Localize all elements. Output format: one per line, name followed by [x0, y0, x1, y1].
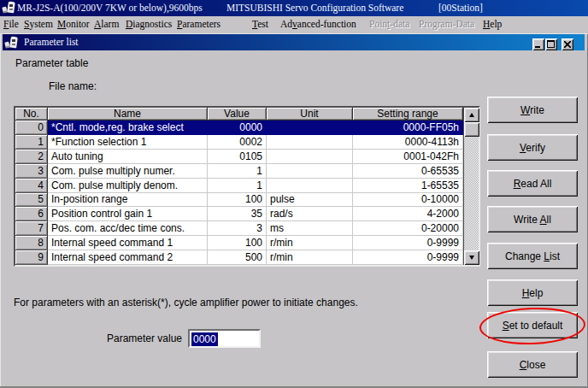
- table-row-2[interactable]: 2Auto tuning01050001-042Fh: [15, 150, 463, 164]
- title-bar: MR-J2S-A(100/200V 7KW or below),9600bps …: [0, 0, 588, 16]
- table-row-4[interactable]: 4Com. pulse multiply denom.11-65535: [15, 179, 463, 193]
- close-button[interactable]: Close: [487, 351, 578, 378]
- window-close-button[interactable]: [562, 38, 573, 50]
- table-row-5[interactable]: 5In-position range100pulse0-10000: [15, 193, 463, 208]
- param-unit-cell[interactable]: ms: [267, 221, 353, 236]
- param-range-cell[interactable]: 0001-042Fh: [353, 150, 463, 164]
- table-row-0[interactable]: 0*Cntl. mode,reg. brake select00000000-F…: [15, 121, 463, 135]
- param-value-cell[interactable]: 0002: [208, 135, 267, 150]
- row-number[interactable]: 6: [15, 207, 48, 221]
- param-unit-cell[interactable]: [267, 121, 353, 135]
- table-row-7[interactable]: 7Pos. com. acc/dec time cons.3ms0-20000: [15, 221, 463, 236]
- window-title-station: [00Station]: [438, 3, 483, 13]
- table-row-9[interactable]: 9Internal speed command 2500r/min0-9999: [15, 250, 463, 265]
- change-list-button[interactable]: Change List: [487, 243, 578, 269]
- param-name-cell[interactable]: Com. pulse multiply denom.: [48, 179, 208, 193]
- param-name-cell[interactable]: *Function selection 1: [48, 135, 208, 150]
- param-value-cell[interactable]: 500: [208, 250, 267, 265]
- param-range-cell[interactable]: 0-9999: [353, 236, 463, 250]
- row-number[interactable]: 9: [15, 250, 48, 265]
- param-unit-cell[interactable]: pulse: [267, 193, 353, 208]
- param-range-cell[interactable]: 0-65535: [353, 164, 463, 179]
- read-all-button[interactable]: Read All: [487, 170, 578, 197]
- dialog-title: Parameter list: [24, 37, 79, 47]
- file-name-label: File name:: [49, 80, 97, 92]
- parameter-value-input[interactable]: 0000: [188, 329, 261, 348]
- row-number[interactable]: 7: [15, 221, 48, 236]
- parameter-value-label: Parameter value: [107, 332, 182, 344]
- maximize-button[interactable]: [545, 38, 557, 50]
- menu-item-diagnostics[interactable]: Diagnostics: [126, 19, 172, 29]
- column-header-value[interactable]: Value: [208, 108, 267, 121]
- column-header-setting-range[interactable]: Setting range: [353, 108, 463, 121]
- param-range-cell[interactable]: 4-2000: [353, 207, 463, 221]
- scroll-up-button[interactable]: [464, 108, 479, 122]
- asterisk-note: For parameters with an asterisk(*), cycl…: [14, 297, 358, 309]
- minimize-button[interactable]: [532, 38, 544, 50]
- param-value-cell[interactable]: 0105: [208, 150, 267, 164]
- param-name-cell[interactable]: Internal speed command 2: [48, 250, 208, 265]
- param-name-cell[interactable]: Auto tuning: [48, 150, 208, 164]
- parameter-table-label: Parameter table: [15, 57, 88, 69]
- menu-item-system[interactable]: System: [24, 19, 53, 29]
- param-name-cell[interactable]: Com. pulse multiply numer.: [48, 164, 208, 179]
- row-number[interactable]: 8: [15, 236, 48, 250]
- menu-item-advanced-function[interactable]: Advanced-function: [280, 19, 356, 29]
- column-header-no[interactable]: No.: [15, 108, 48, 121]
- param-value-cell[interactable]: 0000: [208, 121, 267, 135]
- table-row-6[interactable]: 6Position control gain 135rad/s4-2000: [15, 207, 463, 221]
- verify-button[interactable]: Verify: [487, 134, 578, 161]
- param-range-cell[interactable]: 0000-FF05h: [353, 121, 463, 135]
- param-name-cell[interactable]: Internal speed command 1: [48, 236, 208, 250]
- menu-item-test[interactable]: Test: [252, 19, 268, 29]
- param-value-cell[interactable]: 3: [208, 221, 267, 236]
- row-number[interactable]: 2: [15, 150, 48, 164]
- write-button[interactable]: Write: [487, 97, 578, 123]
- table-row-1[interactable]: 1*Function selection 100020000-4113h: [15, 135, 463, 150]
- column-header-name[interactable]: Name: [48, 108, 208, 121]
- param-range-cell[interactable]: 0-20000: [353, 221, 463, 236]
- write-all-button[interactable]: Write All: [487, 206, 578, 232]
- menu-item-point-data[interactable]: Point-data: [369, 19, 409, 29]
- menu-item-help[interactable]: Help: [483, 19, 502, 29]
- menu-item-program-data[interactable]: Program-Data: [419, 19, 474, 29]
- param-range-cell[interactable]: 0-10000: [353, 193, 463, 208]
- row-number[interactable]: 1: [15, 135, 48, 150]
- param-unit-cell[interactable]: r/min: [267, 250, 353, 265]
- scroll-down-button[interactable]: [464, 250, 479, 265]
- param-unit-cell[interactable]: rad/s: [267, 207, 353, 221]
- scroll-thumb[interactable]: [464, 122, 479, 137]
- param-unit-cell[interactable]: [267, 150, 353, 164]
- param-unit-cell[interactable]: [267, 179, 353, 193]
- menu-item-file[interactable]: File: [3, 19, 19, 29]
- param-unit-cell[interactable]: r/min: [267, 236, 353, 250]
- param-name-cell[interactable]: In-position range: [48, 193, 208, 208]
- row-number[interactable]: 0: [15, 121, 48, 135]
- row-number[interactable]: 5: [15, 193, 48, 208]
- table-scrollbar[interactable]: [463, 108, 479, 265]
- window-title-model: MR-J2S-A(100/200V 7KW or below),9600bps: [17, 3, 203, 13]
- table-row-3[interactable]: 3Com. pulse multiply numer.10-65535: [15, 164, 463, 179]
- row-number[interactable]: 3: [15, 164, 48, 179]
- menu-item-parameters[interactable]: Parameters: [177, 19, 220, 29]
- menu-item-monitor[interactable]: Monitor: [57, 19, 90, 29]
- param-range-cell[interactable]: 0-9999: [353, 250, 463, 265]
- menu-item-alarm[interactable]: Alarm: [94, 19, 119, 29]
- param-range-cell[interactable]: 0000-4113h: [353, 135, 463, 150]
- table-row-8[interactable]: 8Internal speed command 1100r/min0-9999: [15, 236, 463, 250]
- row-number[interactable]: 4: [15, 179, 48, 193]
- param-value-cell[interactable]: 100: [208, 236, 267, 250]
- param-unit-cell[interactable]: [267, 135, 353, 150]
- param-value-cell[interactable]: 100: [208, 193, 267, 208]
- param-name-cell[interactable]: *Cntl. mode,reg. brake select: [48, 121, 208, 135]
- column-header-unit[interactable]: Unit: [267, 108, 353, 121]
- param-unit-cell[interactable]: [267, 164, 353, 179]
- help-button[interactable]: Help: [487, 279, 578, 306]
- param-value-cell[interactable]: 35: [208, 207, 267, 221]
- param-value-cell[interactable]: 1: [208, 179, 267, 193]
- param-name-cell[interactable]: Position control gain 1: [48, 207, 208, 221]
- menu-bar: FileSystemMonitorAlarmDiagnosticsParamet…: [0, 16, 588, 33]
- param-range-cell[interactable]: 1-65535: [353, 179, 463, 193]
- param-value-cell[interactable]: 1: [208, 164, 267, 179]
- param-name-cell[interactable]: Pos. com. acc/dec time cons.: [48, 221, 208, 236]
